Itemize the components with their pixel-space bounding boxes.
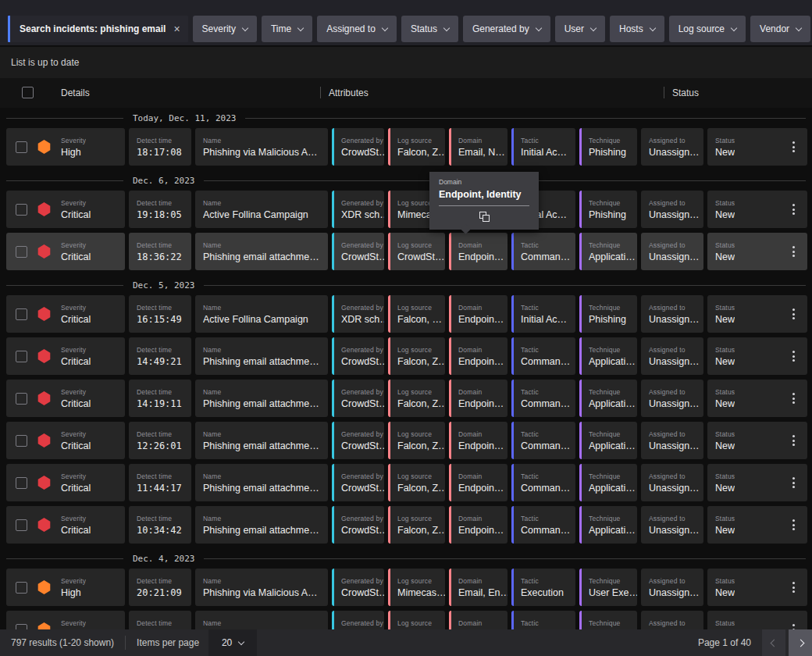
chip-tactic[interactable]: TacticComman…	[511, 337, 575, 375]
overflow-menu-button[interactable]	[785, 246, 801, 257]
chip-tactic[interactable]: TacticComman…	[511, 506, 575, 544]
close-icon[interactable]: ×	[173, 23, 180, 34]
filter-dropdown-generated-by[interactable]: Generated by	[463, 16, 550, 42]
chip-tactic[interactable]: TacticInitial Ac…	[511, 295, 575, 333]
chip-domain[interactable]: DomainEndpoin…	[449, 380, 508, 417]
chip-technique[interactable]: TechniquePhishing	[579, 128, 637, 166]
chip-log-source[interactable]: Log sourceMimecas…	[388, 569, 445, 606]
chip-log-source[interactable]: Log sourceFalcon, Z…	[388, 128, 445, 166]
table-row[interactable]: SeverityCriticalDetect time14:19:11NameP…	[0, 380, 812, 417]
row-checkbox[interactable]	[16, 141, 27, 153]
chip-technique[interactable]: TechniqueApplicati…	[579, 422, 637, 459]
table-row[interactable]: SeverityCriticalDetect time11:44:17NameP…	[0, 464, 812, 501]
chip-log-source[interactable]: Log sourceFalcon, …	[388, 295, 445, 333]
row-checkbox[interactable]	[16, 308, 27, 320]
chip-generated-by[interactable]: Generated byCrowdSt…	[332, 464, 384, 501]
row-checkbox[interactable]	[16, 351, 27, 362]
chip-status[interactable]: StatusNew	[707, 464, 807, 501]
overflow-menu-button[interactable]	[785, 308, 801, 319]
chip-domain[interactable]: DomainEndpoin…	[449, 422, 508, 459]
table-row[interactable]: SeverityCriticalDetect time10:34:42NameP…	[0, 506, 812, 544]
chip-assigned-to[interactable]: Assigned toUnassign…	[641, 380, 703, 417]
overflow-menu-button[interactable]	[785, 477, 801, 488]
previous-page-button[interactable]	[762, 629, 785, 656]
chip-status[interactable]: StatusNew	[707, 380, 807, 417]
table-row[interactable]: SeverityHighDetect time18:17:08NamePhish…	[0, 128, 812, 166]
chip-status[interactable]: StatusNew	[707, 506, 807, 544]
chip-tactic[interactable]: TacticComman…	[511, 233, 575, 270]
items-per-page-select[interactable]: 20	[208, 629, 257, 656]
chip-tactic[interactable]: TacticExecution	[511, 569, 575, 606]
chip-log-source[interactable]: Log sourceFalcon, Z…	[388, 337, 445, 375]
chip-log-source[interactable]: Log sourceFalcon, Z…	[388, 380, 445, 417]
chip-assigned-to[interactable]: Assigned toUnassign…	[641, 337, 703, 375]
chip-assigned-to[interactable]: Assigned toUnassign…	[641, 506, 703, 544]
chip-log-source[interactable]: Log sourceFalcon, Z…	[388, 506, 445, 544]
overflow-menu-button[interactable]	[785, 435, 801, 446]
chip-technique[interactable]: TechniquePhishing	[579, 191, 637, 228]
row-checkbox[interactable]	[16, 582, 27, 594]
chip-assigned-to[interactable]: Assigned toUnassign…	[641, 569, 703, 606]
row-checkbox[interactable]	[16, 393, 27, 405]
filter-dropdown-user[interactable]: User	[555, 16, 605, 42]
chip-log-source[interactable]: Log sourceFalcon, Z…	[388, 464, 445, 501]
chip-assigned-to[interactable]: Assigned toUnassign…	[641, 422, 703, 459]
chip-technique[interactable]: TechniqueUser Exe…	[579, 569, 637, 606]
search-filter-chip[interactable]: Search incidents: phishing email ×	[8, 16, 188, 42]
table-row[interactable]: SeverityHighDetect time20:21:09NamePhish…	[0, 569, 812, 606]
chip-technique[interactable]: TechniqueApplicati…	[579, 464, 637, 501]
chip-tactic[interactable]: TacticComman…	[511, 380, 575, 417]
chip-tactic[interactable]: TacticInitial Ac…	[511, 128, 575, 166]
table-row[interactable]: SeverityCriticalDetect time12:26:01NameP…	[0, 422, 812, 459]
chip-generated-by[interactable]: Generated byCrowdSt…	[332, 506, 384, 544]
filter-dropdown-status[interactable]: Status	[401, 16, 458, 42]
chip-status[interactable]: StatusNew	[707, 337, 807, 375]
overflow-menu-button[interactable]	[785, 519, 801, 530]
chip-status[interactable]: StatusNew	[707, 422, 807, 459]
filter-dropdown-time[interactable]: Time	[262, 16, 312, 42]
chip-status[interactable]: StatusNew	[707, 569, 807, 606]
chip-status[interactable]: StatusNew	[707, 128, 807, 166]
table-row[interactable]: SeverityCriticalDetect time18:36:22NameP…	[0, 233, 812, 270]
chip-assigned-to[interactable]: Assigned toUnassign…	[641, 295, 703, 333]
overflow-menu-button[interactable]	[785, 393, 801, 404]
select-all-checkbox[interactable]	[22, 87, 34, 98]
filter-dropdown-severity[interactable]: Severity	[193, 16, 257, 42]
chip-generated-by[interactable]: Generated byCrowdSt…	[332, 422, 384, 459]
filter-dropdown-assigned-to[interactable]: Assigned to	[317, 16, 397, 42]
chip-generated-by[interactable]: Generated byCrowdSt…	[332, 233, 384, 270]
chip-technique[interactable]: TechniquePhishing	[579, 295, 637, 333]
chip-generated-by[interactable]: Generated byXDR sch…	[332, 295, 384, 333]
chip-domain[interactable]: DomainEndpoin…	[449, 506, 508, 544]
chip-domain[interactable]: DomainEndpoin…	[449, 295, 508, 333]
chip-generated-by[interactable]: Generated byXDR sch…	[332, 191, 384, 228]
chip-technique[interactable]: TechniqueApplicati…	[579, 337, 637, 375]
chip-log-source[interactable]: Log sourceFalcon, Z…	[388, 422, 445, 459]
chip-assigned-to[interactable]: Assigned toUnassign…	[641, 191, 703, 228]
row-checkbox[interactable]	[16, 246, 27, 258]
filter-dropdown-vendor[interactable]: Vendor	[750, 16, 810, 42]
overflow-menu-button[interactable]	[785, 141, 801, 152]
overflow-menu-button[interactable]	[785, 204, 801, 215]
filter-dropdown-log-source[interactable]: Log source	[669, 16, 746, 42]
table-row[interactable]: SeverityCriticalDetect time19:18:05NameA…	[0, 191, 812, 228]
chip-status[interactable]: StatusNew	[707, 191, 807, 228]
chip-domain[interactable]: DomainEndpoin…	[449, 233, 508, 270]
chip-assigned-to[interactable]: Assigned toUnassign…	[641, 233, 703, 270]
next-page-button[interactable]	[789, 629, 812, 656]
table-row[interactable]: SeverityCriticalDetect time16:15:49NameA…	[0, 295, 812, 333]
chip-generated-by[interactable]: Generated byCrowdSt…	[332, 128, 384, 166]
chip-domain[interactable]: DomainEmail, N…	[449, 128, 508, 166]
table-row[interactable]: SeverityCriticalDetect time14:49:21NameP…	[0, 337, 812, 375]
chip-assigned-to[interactable]: Assigned toUnassign…	[641, 464, 703, 501]
chip-assigned-to[interactable]: Assigned toUnassign…	[641, 128, 703, 166]
chip-technique[interactable]: TechniqueApplicati…	[579, 506, 637, 544]
row-checkbox[interactable]	[16, 519, 27, 531]
chip-status[interactable]: StatusNew	[707, 233, 807, 270]
chip-generated-by[interactable]: Generated byCrowdSt…	[332, 337, 384, 375]
overflow-menu-button[interactable]	[785, 351, 801, 362]
chip-generated-by[interactable]: Generated byCrowdSt…	[332, 569, 384, 606]
chip-tactic[interactable]: TacticComman…	[511, 464, 575, 501]
chip-technique[interactable]: TechniqueApplicati…	[579, 233, 637, 270]
filter-dropdown-hosts[interactable]: Hosts	[610, 16, 664, 42]
